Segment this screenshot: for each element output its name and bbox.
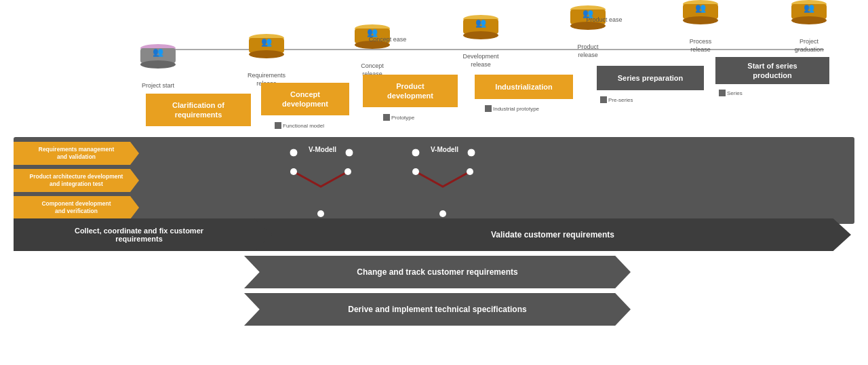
arrow-derive: Derive and implement technical specifica…: [244, 293, 631, 326]
milestone-process-release-label: Processrelease: [673, 38, 728, 54]
milestone-process-release: 👥 Processrelease: [670, 0, 731, 54]
milestone-product-release-label: Productrelease: [561, 43, 615, 59]
phase-product-dev-label: Productdevelopment: [387, 81, 433, 101]
svg-point-6: [412, 168, 419, 175]
milestone-project-start: 👥 Project start: [127, 44, 189, 90]
svg-point-9: [439, 210, 446, 217]
phase-series-start: Start of seriesproduction: [715, 57, 829, 84]
sub-label-prototype: Prototype: [383, 114, 414, 121]
lane-architecture: Product architecture developmentand inte…: [14, 168, 854, 193]
sub-label-series: Series: [719, 90, 743, 96]
lane-requirements-label: Requirements managementand validation: [14, 142, 139, 165]
sub-label-preseries: Pre-series: [600, 96, 633, 103]
arrow-change-label: Change and track customer requirements: [244, 256, 631, 288]
lane-requirements-svg: [139, 140, 854, 166]
milestone-concept-release: 👥 Conceptrelease: [342, 24, 403, 78]
sub-label-industrial: Industrial prototype: [485, 105, 539, 112]
lane-requirements-content: V-Modell V-Modell: [139, 140, 854, 166]
phase-series-prep: Series preparation: [597, 66, 704, 90]
milestone-requirements-release: 👥 Requirements release: [236, 34, 297, 88]
phase-concept-dev-label: Conceptdevelopment: [282, 90, 328, 109]
lanes-container: Requirements managementand validation V-…: [14, 137, 854, 224]
milestone-project-graduation: 👥 Projectgraduation: [778, 0, 840, 54]
lane-architecture-svg: [139, 168, 854, 193]
svg-point-0: [290, 149, 298, 157]
milestone-project-start-label: Project start: [131, 82, 185, 90]
phase-industrialization-label: Industrialization: [495, 82, 552, 92]
lane-architecture-label: Product architecture developmentand inte…: [14, 169, 139, 192]
sub-label-functional: Functional model: [275, 122, 324, 129]
phase-concept-dev: Conceptdevelopment: [261, 83, 349, 115]
lane-requirements: Requirements managementand validation V-…: [14, 140, 854, 166]
arrow-collect-label: Collect, coordinate and fix customerrequ…: [14, 218, 278, 251]
lane-architecture-content: [139, 168, 854, 193]
lane-component-label: Component developmentand verification: [14, 196, 139, 219]
phase-product-dev: Productdevelopment: [363, 75, 458, 107]
svg-point-2: [412, 149, 420, 157]
svg-point-1: [345, 149, 353, 157]
svg-point-5: [344, 168, 351, 175]
phase-clarification: Clarification ofrequirements: [146, 94, 251, 126]
phase-series-prep-label: Series preparation: [618, 73, 684, 83]
milestone-product-release: 👥 Productrelease: [557, 5, 618, 59]
diagram-container: 👥 Project start 👥 Requirements release 👥: [0, 0, 868, 365]
phase-series-start-label: Start of seriesproduction: [747, 61, 797, 81]
svg-point-8: [317, 210, 324, 217]
svg-point-4: [290, 168, 297, 175]
lane-component-content: [139, 195, 854, 220]
phase-clarification-label: Clarification ofrequirements: [172, 100, 224, 120]
arrow-validate: Validate customer requirements: [254, 218, 851, 251]
svg-point-7: [467, 168, 473, 175]
arrow-collect: Collect, coordinate and fix customerrequ…: [14, 218, 278, 251]
lane-component-svg: [139, 195, 854, 220]
product-ease-label: Product ease: [570, 16, 638, 24]
svg-point-3: [467, 149, 475, 157]
arrow-change: Change and track customer requirements: [244, 256, 631, 288]
arrow-derive-label: Derive and implement technical specifica…: [244, 293, 631, 326]
milestone-project-graduation-label: Projectgraduation: [782, 38, 836, 54]
phase-industrialization: Industrialization: [475, 75, 573, 99]
lane-component: Component developmentand verification: [14, 195, 854, 220]
arrow-validate-label: Validate customer requirements: [254, 218, 851, 251]
milestone-development-release-label: Developmentrelease: [454, 53, 508, 69]
milestone-development-release: 👥 Developmentrelease: [450, 15, 511, 69]
concept-ease-label: Concept ease: [355, 36, 420, 44]
